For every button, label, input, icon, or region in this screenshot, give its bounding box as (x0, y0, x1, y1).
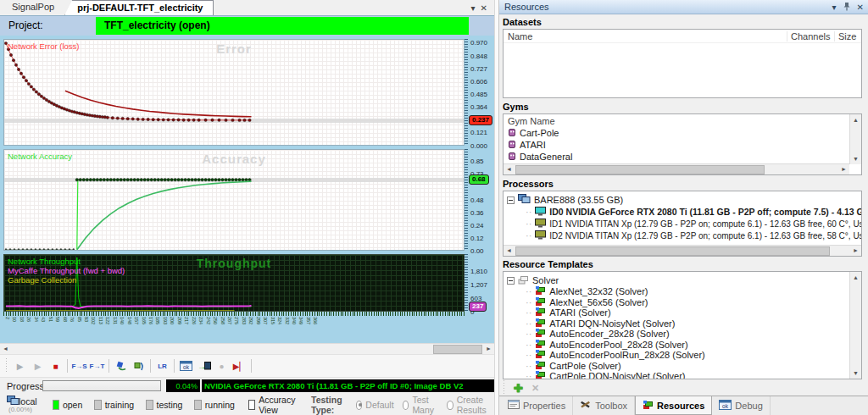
panel-dropdown-icon[interactable]: ▾ (832, 3, 837, 12)
pin-icon[interactable] (843, 2, 851, 13)
radio-create-results[interactable] (447, 401, 453, 410)
run-circle-button-glyph: ● (219, 362, 224, 371)
template-item[interactable]: ··CartPole (Solver) (526, 361, 861, 372)
panel-close-icon[interactable]: ✕ (857, 3, 864, 12)
forward-to-target-button[interactable]: F→T (88, 357, 106, 374)
loss-samples-dot (12, 59, 14, 62)
scroll-left-icon[interactable]: ◄ (504, 164, 515, 174)
loss-samples-dot (22, 76, 25, 79)
scroll-up-icon[interactable]: ▲ (850, 114, 861, 125)
forward-to-solver-button[interactable]: F→S (70, 357, 88, 374)
panel-tab-resources[interactable]: Resources (635, 396, 712, 415)
accuracy-zero-samples-dot (14, 249, 15, 250)
scroll-up-icon[interactable]: ▲ (850, 272, 861, 283)
stop-button[interactable]: ■ (47, 357, 64, 374)
processors-treeview[interactable]: BARE888 (33.55 GB) ··ID0 NVIDIA GeForce … (503, 191, 862, 257)
datasets-listview[interactable]: Name Channels Size (503, 29, 862, 98)
resources-title: Resources (504, 2, 549, 12)
tab-dropdown-icon[interactable]: ▾ (471, 3, 476, 13)
accuracy-zero-samples-dot (60, 249, 62, 250)
x-tick-label: 226 (192, 317, 197, 324)
toolbar-grip[interactable] (4, 358, 8, 374)
x-tick-label: 113 (98, 317, 103, 324)
template-item[interactable]: ··ATARI (Solver) (526, 307, 861, 318)
gpu-node-id0[interactable]: ··ID0 NVIDIA GeForce RTX 2080 Ti (11.81 … (526, 206, 861, 218)
panel-tab-properties[interactable]: Properties (501, 396, 573, 415)
scroll-right-icon[interactable]: ► (850, 246, 861, 256)
loss-samples-dot (231, 119, 234, 121)
tab-project[interactable]: prj-DEFAULT-TFT_electricity (64, 0, 214, 15)
run-circle-button[interactable]: ● (213, 357, 231, 374)
accuracy-view-checkbox[interactable] (248, 400, 255, 410)
step-end-button[interactable]: ▶▏ (231, 357, 248, 374)
scroll-left-icon[interactable]: ◄ (0, 344, 11, 354)
accuracy-zero-samples-dot (5, 249, 7, 250)
gyms-hscrollbar[interactable]: ◄ ► (504, 163, 849, 174)
x-tick-label: 299 (256, 317, 261, 324)
solver-template-icon (535, 370, 546, 379)
template-item[interactable]: ··AlexNet_56x56 (Solver) (526, 297, 861, 308)
datasets-col-channels[interactable]: Channels (787, 31, 831, 42)
toolbar-grip[interactable] (502, 380, 506, 396)
delete-template-button[interactable]: ✕ (531, 383, 539, 394)
cursor-step-button[interactable]: ▶ (29, 357, 47, 374)
open-display-button[interactable]: → (195, 357, 213, 374)
scrollbar-thumb[interactable] (515, 165, 765, 174)
templates-treeview[interactable]: Solver ··AlexNet_32x32 (Solver)··AlexNet… (503, 271, 862, 379)
gym-item-cart-pole[interactable]: Cart-Pole (504, 127, 861, 139)
export-weights-button[interactable] (130, 357, 147, 374)
scrollbar-thumb[interactable] (433, 345, 482, 354)
stop-button-glyph: ■ (53, 362, 58, 371)
gyms-col-name[interactable]: Gym Name (504, 114, 861, 127)
learning-rate-button[interactable]: LR (153, 357, 171, 374)
gpu-icon (535, 230, 546, 241)
template-item[interactable]: ··AutoEncoderPoolRun_28x28 (Solver) (526, 350, 861, 361)
solver-folder-icon (518, 274, 529, 286)
scroll-left-icon[interactable]: ◄ (504, 246, 515, 256)
templates-vscrollbar[interactable]: ▲ ▼ (849, 272, 861, 379)
project-label: Project: (8, 19, 43, 31)
collapse-icon[interactable] (507, 196, 515, 204)
gyms-listview[interactable]: Gym Name Cart-PoleATARIDataGeneral ▲ ▼ ◄… (503, 113, 862, 175)
dialog-ok-button[interactable]: ok (177, 357, 195, 374)
gym-robot-icon (508, 140, 516, 151)
import-weights-button[interactable] (112, 357, 130, 374)
gpu-node-id2[interactable]: ··ID2 NVIDIA TITAN Xp (12.79 GB - P2P on… (526, 230, 861, 241)
panel-tab-debug[interactable]: okDebug (712, 396, 770, 415)
scroll-down-icon[interactable]: ▼ (850, 153, 861, 164)
scrollbar-thumb[interactable] (515, 246, 830, 256)
accuracy-samples-dot (228, 179, 231, 181)
panel-tab-toolbox[interactable]: Toolbox (573, 396, 635, 415)
datasets-col-size[interactable]: Size (834, 31, 856, 42)
gyms-vscrollbar[interactable]: ▲ ▼ (849, 114, 861, 164)
template-item[interactable]: ··AutoEncoder_28x28 (Solver) (526, 329, 861, 340)
datasets-col-name[interactable]: Name (508, 31, 783, 42)
scroll-right-icon[interactable]: ► (838, 164, 849, 174)
template-item[interactable]: ··AlexNet_32x32 (Solver) (526, 286, 861, 297)
radio-default[interactable] (356, 401, 363, 410)
tab-signalpop[interactable]: SignalPop (0, 0, 64, 15)
run-button[interactable]: ▶ (11, 357, 29, 374)
processor-root-node[interactable]: BARE888 (33.55 GB) (507, 194, 861, 206)
add-template-button[interactable]: ✚ (514, 382, 523, 395)
processors-hscrollbar[interactable]: ◄ ► (504, 245, 861, 256)
scroll-right-icon[interactable]: ► (483, 344, 494, 354)
radio-test-many[interactable] (403, 401, 409, 410)
template-item-label: AlexNet_56x56 (Solver) (549, 297, 648, 307)
gpu-node-id1[interactable]: ··ID1 NVIDIA TITAN Xp (12.79 GB - P2P on… (526, 218, 861, 230)
gym-item-datageneral[interactable]: DataGeneral (504, 151, 861, 163)
loss-samples-dot (167, 119, 170, 121)
template-item[interactable]: ··AutoEncoderPool_28x28 (Solver) (526, 340, 861, 351)
collapse-icon[interactable] (507, 277, 515, 285)
gym-item-atari[interactable]: ATARI (504, 139, 861, 151)
template-root-node[interactable]: Solver (507, 274, 861, 286)
tab-close-icon[interactable]: ✕ (481, 3, 487, 13)
scroll-down-icon[interactable]: ▼ (850, 368, 861, 379)
chart-horizontal-scrollbar[interactable]: ◄ ► (0, 343, 494, 354)
y-tick-label: 0.364 (470, 103, 487, 111)
local-percent-label: (0.00%) (8, 406, 32, 413)
template-item[interactable]: ··ATARI DQN-NoisyNet (Solver) (526, 318, 861, 329)
accuracy-samples-dot (109, 179, 112, 181)
panel-tabbar: PropertiesToolboxResourcesokDebug (499, 396, 868, 415)
template-item[interactable]: ··CartPole DQN-NoisyNet (Solver) (526, 371, 861, 379)
